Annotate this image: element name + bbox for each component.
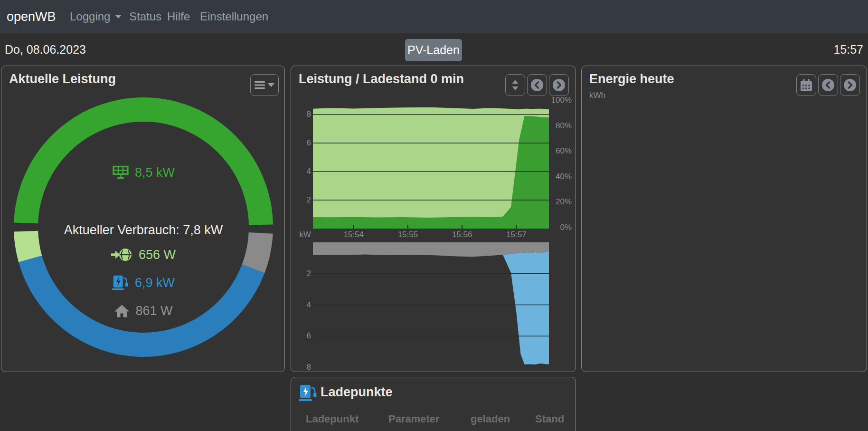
y-axis-tick-soc: 80% xyxy=(550,121,572,131)
date-label: Do, 08.06.2023 xyxy=(5,43,86,57)
energy-next-button[interactable] xyxy=(840,74,860,96)
charge-power-value: 6,9 kW xyxy=(135,276,175,290)
charging-station-icon xyxy=(112,275,129,291)
chart-next-button[interactable] xyxy=(549,74,569,96)
x-axis-tick-time: 15:56 xyxy=(452,230,472,239)
card-aktuelle-leistung: Aktuelle Leistung 8,5 kW xyxy=(1,66,285,372)
nav-item-einstellungen[interactable]: Einstellungen xyxy=(200,10,268,23)
chart-resize-button[interactable] xyxy=(505,74,525,96)
card-leistung-ladestand: Leistung / Ladestand 0 min kW 8642246810… xyxy=(291,66,576,372)
grid-import-globe-icon xyxy=(111,247,133,263)
gauge-segment-ladeleistung xyxy=(30,259,254,345)
home-icon xyxy=(114,304,130,318)
chargepoint-icon-wrap xyxy=(299,384,318,403)
nav-item-hilfe[interactable]: Hilfe xyxy=(167,10,190,23)
chevron-right-circle-icon xyxy=(843,78,857,92)
power-chart-bottom-svg xyxy=(313,242,549,367)
y-axis-tick-kw: 6 xyxy=(291,331,311,341)
y-axis-tick-soc: 20% xyxy=(550,197,572,207)
chevron-left-circle-icon xyxy=(530,78,544,92)
calendar-icon xyxy=(800,79,812,92)
house-power-value: 861 W xyxy=(135,304,172,318)
column-header-geladen: geladen xyxy=(471,413,510,425)
y-axis-tick-kw: 6 xyxy=(291,138,311,148)
energy-card-title: Energie heute xyxy=(589,72,674,86)
y-axis-tick-kw: 2 xyxy=(291,195,311,205)
energy-calendar-button[interactable] xyxy=(796,74,816,96)
x-axis-tick-time: 15:54 xyxy=(343,230,364,239)
nav-item-status[interactable]: Status xyxy=(129,10,161,23)
area-ladeleistung xyxy=(313,251,549,364)
y-axis-tick-soc: 40% xyxy=(550,172,572,182)
gauge-grid-row: 656 W xyxy=(1,247,285,263)
grid-power-value: 656 W xyxy=(139,248,176,262)
openwb-app: openWB Logging Status Hilfe Einstellunge… xyxy=(0,0,868,431)
column-header-parameter: Parameter xyxy=(388,413,440,425)
energy-prev-button[interactable] xyxy=(818,74,838,96)
energy-unit-label: kWh xyxy=(589,91,605,100)
card-energie-heute: Energie heute kWh xyxy=(581,66,867,372)
y-axis-tick-soc: 0% xyxy=(550,223,572,232)
brand-openwb[interactable]: openWB xyxy=(7,10,56,24)
y-axis-tick-soc: 100% xyxy=(550,96,572,105)
y-axis-tick-kw: 8 xyxy=(291,363,311,372)
y-axis-tick-kw: 2 xyxy=(291,269,311,278)
caret-down-icon xyxy=(115,15,122,19)
y-axis-tick-soc: 60% xyxy=(550,146,572,156)
chargepoints-card-title: Ladepunkte xyxy=(321,385,393,400)
y-axis-tick-kw: 8 xyxy=(291,110,311,119)
consumption-row: Aktueller Verbrauch: 7,8 kW xyxy=(1,223,285,238)
time-label: 15:57 xyxy=(833,43,863,57)
charging-station-icon xyxy=(299,384,318,402)
y-axis-tick-kw: 4 xyxy=(291,300,311,310)
power-chart-top-svg xyxy=(313,107,549,229)
nav-item-label: Logging xyxy=(70,10,110,23)
chevron-left-circle-icon xyxy=(821,78,835,92)
column-header-stand: Stand xyxy=(535,413,564,425)
pv-power-value: 8,5 kW xyxy=(135,165,175,180)
navbar: openWB Logging Status Hilfe Einstellunge… xyxy=(0,0,868,33)
chevron-right-circle-icon xyxy=(552,78,566,92)
chart-card-title: Leistung / Ladestand 0 min xyxy=(299,72,464,86)
x-axis-tick-time: 15:55 xyxy=(398,230,418,239)
column-header-ladepunkt: Ladepunkt xyxy=(306,413,359,425)
nav-item-label: Status xyxy=(129,10,161,23)
charge-mode-button[interactable]: PV-Laden xyxy=(405,39,462,61)
chart-prev-button[interactable] xyxy=(527,74,547,96)
gauge-charge-row: 6,9 kW xyxy=(1,275,285,291)
solar-panel-icon xyxy=(112,165,129,180)
x-axis-tick-time: 15:57 xyxy=(506,230,527,239)
gauge-pv-row: 8,5 kW xyxy=(1,165,285,180)
nav-item-logging[interactable]: Logging xyxy=(70,10,122,23)
chart-unit-label: kW xyxy=(291,230,311,239)
nav-item-label: Einstellungen xyxy=(200,10,268,23)
card-ladepunkte: Ladepunkte Ladepunkt Parameter geladen S… xyxy=(291,377,576,431)
power-gauge-ring xyxy=(1,66,285,373)
nav-item-label: Hilfe xyxy=(167,10,190,23)
gauge-house-row: 861 W xyxy=(1,304,285,318)
y-axis-tick-kw: 4 xyxy=(291,167,311,176)
up-down-arrows-icon xyxy=(511,79,519,91)
